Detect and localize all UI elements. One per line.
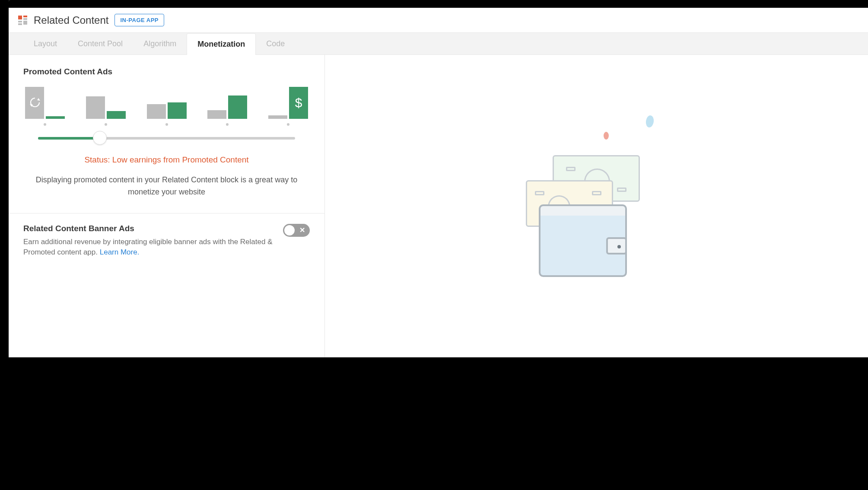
svg-rect-3 [18,21,22,22]
svg-rect-4 [18,23,22,25]
promoted-heading: Promoted Content Ads [23,67,310,76]
chart-level-5: $ [268,87,308,126]
decorative-blob-blue [645,115,655,128]
bar-green-3 [168,102,187,119]
banner-ads-section: Related Content Banner Ads Earn addition… [9,213,324,268]
toggle-off-icon: ✕ [299,226,305,234]
svg-rect-0 [18,16,22,19]
level-dot [165,123,168,126]
recycle-icon [29,96,41,108]
tabs: Layout Content Pool Algorithm Monetizati… [9,32,868,55]
level-dot [287,123,289,126]
tab-code[interactable]: Code [256,33,295,54]
slider-fill [38,137,100,140]
tab-algorithm[interactable]: Algorithm [133,33,187,54]
svg-rect-2 [23,18,27,20]
header: Related Content IN-PAGE APP [9,8,868,32]
svg-rect-1 [23,16,27,17]
main-panel: Related Content IN-PAGE APP Layout Conte… [9,0,868,357]
promoted-description: Displaying promoted content in your Rela… [23,174,310,198]
chart-level-3 [147,87,187,126]
promoted-ratio-slider[interactable] [38,132,295,145]
chart-level-4 [207,87,247,126]
bar-grey-3 [147,104,166,119]
related-content-icon [18,16,28,25]
left-rail [0,0,9,357]
promoted-content-section: Promoted Content Ads [9,55,324,213]
bar-green-4 [228,95,247,119]
window-top-bar [9,0,868,8]
svg-rect-5 [23,21,27,25]
toggle-knob [284,225,295,235]
wallet-illustration [523,115,670,297]
learn-more-link[interactable]: Learn More. [100,248,140,256]
level-dot [105,123,107,126]
chart-level-1 [25,87,65,126]
tab-layout[interactable]: Layout [23,33,67,54]
in-page-app-badge: IN-PAGE APP [114,14,164,26]
illustration-column [325,55,868,357]
body: Promoted Content Ads [9,55,868,357]
svg-marker-6 [37,98,40,101]
chart-level-2 [86,87,126,126]
bar-green-1 [46,116,65,119]
tab-monetization[interactable]: Monetization [187,33,256,55]
page-title: Related Content [34,14,108,26]
banner-body: Earn additional revenue by integrating e… [23,237,273,258]
bar-grey-2 [86,96,105,119]
settings-column: Promoted Content Ads [9,55,325,357]
dollar-icon: $ [289,87,308,119]
bar-green-2 [107,111,126,119]
tab-content-pool[interactable]: Content Pool [67,33,133,54]
banner-text: Related Content Banner Ads Earn addition… [23,224,273,258]
banner-heading: Related Content Banner Ads [23,224,273,233]
wallet-icon [539,209,627,277]
decorative-blob-red [604,132,609,140]
level-dot [44,123,46,126]
level-dot [226,123,229,126]
banner-ads-toggle[interactable]: ✕ [283,224,310,237]
bar-grey-4 [207,110,226,119]
status-text: Status: Low earnings from Promoted Conte… [23,155,310,165]
promoted-ratio-chart: $ [25,87,308,126]
bar-grey-5 [268,115,287,119]
banner-body-text: Earn additional revenue by integrating e… [23,238,273,257]
bar-grey-1 [25,87,44,119]
slider-thumb[interactable] [93,131,107,145]
